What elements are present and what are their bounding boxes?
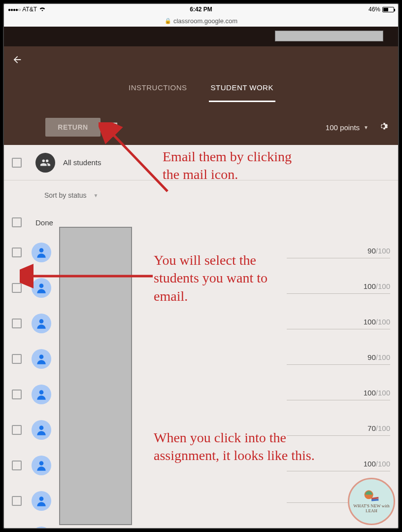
return-button[interactable]: RETURN — [45, 118, 100, 137]
battery-pct-label: 46% — [368, 6, 380, 13]
redaction-block — [59, 227, 132, 525]
all-students-row[interactable]: All students — [4, 145, 398, 180]
tabs-row: INSTRUCTIONS STUDENT WORK — [4, 76, 398, 109]
back-row — [4, 46, 398, 76]
points-label: 100 points — [326, 123, 360, 132]
checkbox-student[interactable] — [12, 461, 22, 470]
checkbox-student[interactable] — [12, 425, 22, 435]
redaction-block — [275, 31, 383, 41]
done-label: Done — [35, 218, 53, 227]
points-selector[interactable]: 100 points ▼ — [326, 123, 368, 132]
svg-point-7 — [39, 497, 44, 501]
people-icon — [35, 153, 55, 173]
avatar-icon — [32, 420, 51, 440]
checkbox-student[interactable] — [12, 354, 22, 364]
checkbox-student[interactable] — [12, 496, 22, 506]
avatar-icon — [32, 491, 51, 511]
svg-point-1 — [39, 284, 44, 288]
checkbox-student[interactable] — [12, 283, 22, 293]
svg-point-5 — [39, 426, 44, 430]
sort-label: Sort by status — [44, 191, 87, 199]
score-underline — [287, 293, 390, 294]
action-row: RETURN 100 points ▼ — [4, 109, 398, 145]
tab-instructions[interactable]: INSTRUCTIONS — [127, 83, 189, 102]
checkbox-all[interactable] — [12, 158, 22, 168]
student-score: 90/100 — [287, 247, 390, 255]
back-arrow-icon[interactable] — [12, 54, 23, 68]
chevron-down-icon: ▼ — [94, 193, 99, 198]
lock-icon: 🔒 — [165, 18, 171, 24]
score-underline — [287, 329, 390, 329]
signal-dots-icon: ●●●●○ — [8, 6, 20, 13]
student-score: 100/100 — [287, 389, 390, 397]
avatar-icon — [32, 278, 51, 298]
checkbox-student[interactable] — [12, 248, 22, 257]
svg-point-4 — [39, 390, 44, 394]
avatar-icon — [32, 243, 51, 262]
score-underline — [287, 435, 390, 436]
tab-student-work[interactable]: STUDENT WORK — [209, 83, 275, 102]
svg-point-6 — [39, 461, 44, 465]
logo-text: WHAT'S NEW with LEAH — [353, 503, 389, 513]
battery-icon — [382, 7, 394, 12]
avatar-icon — [32, 314, 51, 333]
chevron-down-icon: ▼ — [364, 125, 368, 130]
url-label: classroom.google.com — [173, 17, 237, 25]
carrier-label: AT&T — [22, 6, 37, 13]
svg-point-0 — [39, 248, 44, 252]
student-score: 100/100 — [287, 318, 390, 326]
app-header — [4, 27, 398, 46]
browser-urlbar[interactable]: 🔒 classroom.google.com — [4, 15, 398, 27]
logo-badge: WHAT'S NEW with LEAH — [348, 478, 395, 525]
svg-point-3 — [39, 355, 44, 359]
mail-icon[interactable] — [107, 122, 118, 133]
all-students-label: All students — [63, 158, 101, 167]
checkbox-section[interactable] — [12, 217, 22, 227]
student-score: 100/100 — [287, 460, 390, 468]
score-underline — [287, 364, 390, 365]
sort-selector[interactable]: Sort by status ▼ — [4, 180, 398, 210]
score-underline — [287, 258, 390, 258]
avatar-icon — [32, 527, 51, 529]
svg-point-2 — [39, 319, 44, 323]
checkbox-student[interactable] — [12, 319, 22, 328]
score-underline — [287, 400, 390, 400]
avatar-icon — [32, 385, 51, 404]
checkbox-student[interactable] — [12, 390, 22, 399]
gear-icon[interactable] — [378, 121, 388, 134]
ios-statusbar: ●●●●○ AT&T 6:42 PM 46% — [4, 4, 398, 15]
student-score: 70/100 — [287, 424, 390, 432]
score-underline — [287, 471, 390, 471]
student-score: 100/100 — [287, 282, 390, 290]
wifi-icon — [39, 6, 46, 13]
avatar-icon — [32, 456, 51, 475]
clock-label: 6:42 PM — [190, 4, 212, 15]
student-score: 90/100 — [287, 353, 390, 361]
avatar-icon — [32, 349, 51, 369]
